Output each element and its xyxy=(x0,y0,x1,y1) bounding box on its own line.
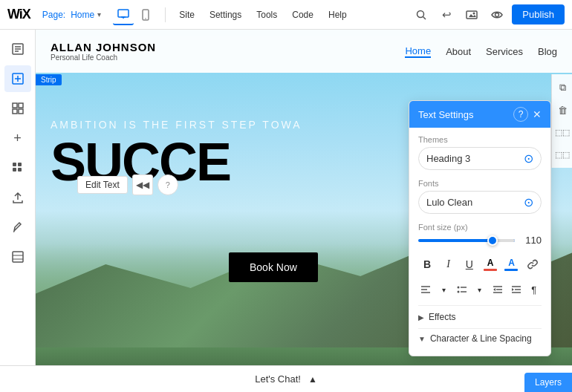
site-menu[interactable]: Site xyxy=(175,7,199,23)
svg-rect-20 xyxy=(19,109,23,114)
lets-chat-label: Let's Chat! xyxy=(255,373,301,385)
font-size-label: Font size (px) xyxy=(418,223,542,232)
font-color-button[interactable]: A xyxy=(481,255,499,274)
effects-row[interactable]: ▶ Effects xyxy=(418,305,542,328)
rtl-button[interactable]: ¶ xyxy=(527,280,542,299)
list-button[interactable] xyxy=(455,280,469,299)
panel-close-icon[interactable]: ✕ xyxy=(533,108,542,120)
edit-toolbar: Edit Text ◀◀ ? xyxy=(77,174,178,195)
site-subtitle: Personal Life Coach xyxy=(51,53,156,62)
font-size-section: Font size (px) 110 xyxy=(418,223,542,246)
align-toolbar: ▾ ▾ ¶ xyxy=(418,280,542,299)
panel-header: Text Settings ? ✕ xyxy=(409,101,550,128)
page-chevron-icon: ▾ xyxy=(97,10,101,19)
svg-rect-0 xyxy=(118,10,129,17)
arrange-icon[interactable]: ⬚⬚ xyxy=(552,122,572,143)
page-label: Page: xyxy=(42,10,65,20)
desktop-icon[interactable] xyxy=(113,4,134,25)
font-size-value: 110 xyxy=(521,235,542,246)
arrange2-icon[interactable]: ⬚⬚ xyxy=(552,144,572,165)
fonts-value: Lulo Clean xyxy=(426,197,472,208)
panel-help-icon[interactable]: ? xyxy=(513,107,528,122)
divider xyxy=(165,7,166,22)
align-left-button[interactable] xyxy=(418,280,433,299)
svg-point-31 xyxy=(457,287,459,289)
svg-rect-17 xyxy=(13,103,17,108)
align-left-dropdown-button[interactable]: ▾ xyxy=(436,280,451,299)
page-selector[interactable]: Page: Home ▾ xyxy=(42,10,101,20)
sidebar-pen-icon[interactable] xyxy=(4,214,31,241)
format-toolbar: B I U A A xyxy=(418,255,542,274)
highlight-button[interactable]: A xyxy=(502,255,520,274)
effects-arrow-icon: ▶ xyxy=(418,313,424,321)
list-dropdown-button[interactable]: ▾ xyxy=(472,280,487,299)
bold-button[interactable]: B xyxy=(418,255,436,274)
chat-chevron-icon[interactable]: ▲ xyxy=(308,374,317,385)
themes-value: Heading 3 xyxy=(426,153,470,164)
sidebar-pages-icon[interactable] xyxy=(4,36,31,62)
sidebar-grid-icon[interactable] xyxy=(4,244,31,270)
sidebar-apps-icon[interactable] xyxy=(4,154,31,181)
undo-icon[interactable]: ↩ xyxy=(436,4,457,25)
panel-header-actions: ? ✕ xyxy=(513,107,542,122)
sidebar-layouts-icon[interactable] xyxy=(4,95,31,122)
themes-dropdown[interactable]: Heading 3 ⊙ xyxy=(418,147,542,170)
top-actions: ↩ Publish xyxy=(411,4,565,25)
themes-section: Themes Heading 3 ⊙ xyxy=(418,135,542,170)
nav-services[interactable]: Services xyxy=(486,46,523,57)
sidebar-add-elements-icon[interactable]: + xyxy=(4,125,31,151)
media-icon[interactable] xyxy=(461,4,482,25)
site-logo: ALLAN JOHNSON Personal Life Coach xyxy=(51,41,156,62)
tools-menu[interactable]: Tools xyxy=(252,7,282,23)
indent-increase-button[interactable] xyxy=(508,280,523,299)
code-menu[interactable]: Code xyxy=(287,7,318,23)
help-menu[interactable]: Help xyxy=(324,7,351,23)
themes-label: Themes xyxy=(418,135,542,144)
themes-chevron-icon: ⊙ xyxy=(524,151,533,166)
site-header: ALLAN JOHNSON Personal Life Coach Home A… xyxy=(36,30,572,73)
char-spacing-row[interactable]: ▼ Character & Line Spacing xyxy=(418,328,542,348)
svg-rect-19 xyxy=(13,109,17,114)
search-icon[interactable] xyxy=(411,4,432,25)
mobile-icon[interactable] xyxy=(135,4,156,25)
effects-label: Effects xyxy=(429,312,455,322)
book-now-button[interactable]: Book Now xyxy=(229,252,318,282)
fonts-dropdown[interactable]: Lulo Clean ⊙ xyxy=(418,191,542,214)
site-nav: Home About Services Blog xyxy=(405,45,557,58)
eye-icon[interactable] xyxy=(487,4,507,25)
highlight-underline xyxy=(504,269,518,271)
slider-thumb xyxy=(487,235,498,246)
font-size-slider[interactable] xyxy=(418,239,515,242)
panel-title: Text Settings xyxy=(418,109,473,120)
sidebar-upload-icon[interactable] xyxy=(4,184,31,211)
svg-rect-18 xyxy=(19,103,23,108)
svg-rect-25 xyxy=(13,252,23,262)
fonts-section: Fonts Lulo Clean ⊙ xyxy=(418,179,542,214)
svg-point-5 xyxy=(417,10,424,17)
text-settings-panel: Text Settings ? ✕ Themes Heading 3 ⊙ xyxy=(409,100,551,356)
indent-decrease-button[interactable] xyxy=(490,280,505,299)
top-bar: WiX Page: Home ▾ Site Settings Tools Cod… xyxy=(0,0,572,30)
back-arrow-icon[interactable]: ◀◀ xyxy=(132,174,153,195)
delete-icon[interactable]: 🗑 xyxy=(552,99,572,120)
left-sidebar: + xyxy=(0,30,36,392)
panel-body: Themes Heading 3 ⊙ Fonts Lulo Clean ⊙ xyxy=(409,128,550,356)
copy-icon[interactable]: ⧉ xyxy=(552,77,572,98)
link-button[interactable] xyxy=(524,255,542,274)
font-color-underline xyxy=(484,269,497,271)
svg-point-33 xyxy=(457,291,459,293)
layers-button[interactable]: Layers xyxy=(524,373,572,392)
sidebar-add-icon[interactable] xyxy=(4,65,31,92)
italic-button[interactable]: I xyxy=(439,255,457,274)
nav-about[interactable]: About xyxy=(446,46,471,57)
publish-button[interactable]: Publish xyxy=(512,4,565,24)
settings-menu[interactable]: Settings xyxy=(205,7,246,23)
bottom-bar: Let's Chat! ▲ xyxy=(0,365,572,392)
canvas-area: ALLAN JOHNSON Personal Life Coach Home A… xyxy=(36,30,572,392)
underline-button[interactable]: U xyxy=(461,255,478,274)
help-icon[interactable]: ? xyxy=(157,174,178,195)
svg-rect-22 xyxy=(18,163,22,166)
nav-home[interactable]: Home xyxy=(405,45,431,58)
edit-text-button[interactable]: Edit Text xyxy=(77,176,128,194)
nav-blog[interactable]: Blog xyxy=(538,46,557,57)
